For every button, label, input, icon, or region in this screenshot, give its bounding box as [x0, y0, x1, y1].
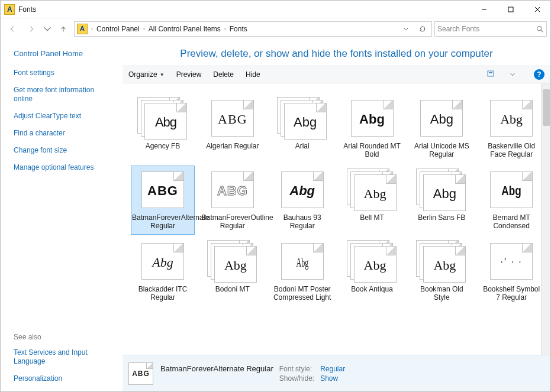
font-item[interactable]: AbgBook Antiqua [340, 237, 404, 306]
font-label: Bookshelf Symbol 7 Regular [481, 285, 542, 302]
recent-dropdown[interactable] [42, 21, 53, 37]
details-style-value[interactable]: Regular [320, 365, 345, 373]
font-label: Bell MT [360, 213, 384, 222]
organize-menu[interactable]: Organize▼ [128, 70, 165, 79]
font-thumb: Abg [486, 97, 537, 140]
font-label: Bookman Old Style [411, 285, 472, 302]
font-glyph: ∙′ ∙ ∙ [491, 257, 532, 267]
view-dropdown[interactable] [509, 69, 516, 80]
close-button[interactable] [524, 1, 550, 18]
font-glyph: Abg [285, 115, 326, 130]
content: Preview, delete, or show and hide the fo… [123, 40, 550, 391]
font-item[interactable]: AbgBaskerville Old Face Regular [479, 94, 543, 163]
refresh-button[interactable] [416, 22, 429, 35]
delete-button[interactable]: Delete [213, 70, 234, 79]
font-thumb: ABG [137, 169, 188, 211]
minimize-button[interactable] [471, 1, 497, 18]
hide-button[interactable]: Hide [246, 70, 260, 79]
font-item[interactable]: AbgBlackadder ITC Regular [131, 237, 195, 306]
back-button[interactable] [4, 21, 21, 37]
font-item[interactable]: ABGBatmanForeverAlternate Regular [131, 166, 195, 235]
font-item[interactable]: AbgArial Rounded MT Bold [340, 94, 404, 163]
font-label: Bernard MT Condensed [481, 213, 542, 231]
side-link-cleartype[interactable]: Adjust ClearType text [14, 112, 114, 121]
font-glyph: ABG [142, 183, 183, 199]
font-glyph: Abg [215, 258, 256, 273]
side-link-optional-features[interactable]: Manage optional features [14, 163, 114, 172]
side-link-more-info[interactable]: Get more font information online [14, 86, 114, 103]
font-thumb: Abg [416, 169, 467, 211]
vertical-scrollbar[interactable] [541, 83, 550, 355]
font-thumb: Abg [347, 97, 398, 140]
forward-button[interactable] [23, 21, 40, 37]
font-item[interactable]: ABGAlgerian Regular [201, 94, 265, 163]
font-item[interactable]: AbgBauhaus 93 Regular [270, 166, 334, 235]
font-label: Arial Unicode MS Regular [411, 142, 472, 159]
address-history-dropdown[interactable] [399, 22, 413, 35]
control-panel-home-link[interactable]: Control Panel Home [14, 49, 114, 58]
crumb[interactable]: Fonts [230, 25, 247, 33]
font-item[interactable]: AbgBell MT [340, 166, 404, 235]
font-thumb: Abg [277, 97, 328, 140]
svg-rect-1 [508, 7, 513, 12]
preview-button[interactable]: Preview [176, 70, 202, 79]
font-glyph: ABG [212, 112, 253, 127]
see-also-personalization[interactable]: Personalization [14, 374, 114, 383]
font-label: Blackadder ITC Regular [133, 285, 193, 302]
toolbar: Organize▼ Preview Delete Hide ? [123, 66, 550, 83]
font-label: Arial Rounded MT Bold [342, 142, 402, 159]
font-thumb: Abg [137, 97, 188, 140]
page-headline: Preview, delete, or show and hide the fo… [123, 40, 550, 66]
font-glyph: Abg [421, 112, 462, 127]
font-item[interactable]: AbgArial Unicode MS Regular [410, 94, 473, 163]
font-glyph: Abg [491, 112, 532, 127]
font-glyph: Abg [424, 186, 465, 202]
app-icon [4, 4, 15, 15]
font-item[interactable]: AbgBodoni MT [201, 237, 265, 306]
font-glyph: Abg [282, 183, 323, 199]
font-item[interactable]: ∙′ ∙ ∙Bookshelf Symbol 7 Regular [479, 237, 543, 306]
address-bar[interactable]: › Control Panel › All Control Panel Item… [74, 21, 432, 37]
font-thumb: Abg [277, 169, 328, 211]
search-input[interactable]: Search Fonts [434, 21, 547, 37]
font-grid: AbgAgency FBABGAlgerian RegularAbgArialA… [123, 83, 550, 306]
font-label: Berlin Sans FB [418, 213, 465, 222]
font-label: Bodoni MT [215, 285, 250, 293]
see-also-text-services[interactable]: Text Services and Input Language [14, 348, 114, 366]
see-also-label: See also [14, 333, 114, 341]
font-glyph: Abg [352, 112, 393, 127]
svg-rect-7 [489, 72, 492, 73]
search-icon [536, 25, 544, 33]
font-item[interactable]: AbgArial [270, 94, 334, 163]
side-link-find-character[interactable]: Find a character [14, 129, 114, 138]
font-label: Arial [295, 142, 310, 150]
view-options-button[interactable] [486, 69, 497, 80]
font-item[interactable]: AbgBerlin Sans FB [410, 166, 473, 235]
font-item[interactable]: ABGBatmanForeverOutline Regular [201, 166, 265, 235]
details-showhide-label: Show/hide: [279, 374, 314, 383]
font-thumb: Abg [137, 240, 188, 283]
details-showhide-value[interactable]: Show [320, 374, 345, 383]
font-item[interactable]: AbgBernard MT Condensed [479, 166, 543, 235]
side-link-font-settings[interactable]: Font settings [14, 69, 114, 77]
font-thumb: Abg [416, 240, 467, 283]
help-button[interactable]: ? [534, 69, 544, 80]
font-label: Bauhaus 93 Regular [272, 213, 333, 231]
crumb[interactable]: Control Panel [96, 25, 140, 33]
details-pane: ABG BatmanForeverAlternate Regular Font … [123, 355, 550, 391]
up-button[interactable] [55, 21, 72, 37]
svg-rect-6 [488, 71, 494, 76]
font-thumb: Abg [277, 240, 328, 283]
side-link-change-size[interactable]: Change font size [14, 146, 114, 155]
crumb[interactable]: All Control Panel Items [149, 25, 221, 33]
font-thumb: Abg [347, 169, 398, 211]
font-glyph: ABG [212, 183, 253, 199]
font-label: Book Antiqua [351, 285, 393, 293]
maximize-button[interactable] [497, 1, 524, 18]
font-item[interactable]: AbgBodoni MT Poster Compressed Light [270, 237, 334, 306]
font-item[interactable]: AbgAgency FB [131, 94, 195, 163]
font-thumb: Abg [416, 97, 467, 140]
font-item[interactable]: AbgBookman Old Style [410, 237, 473, 306]
font-glyph: Abg [424, 258, 465, 273]
font-thumb: ABG [207, 169, 258, 211]
